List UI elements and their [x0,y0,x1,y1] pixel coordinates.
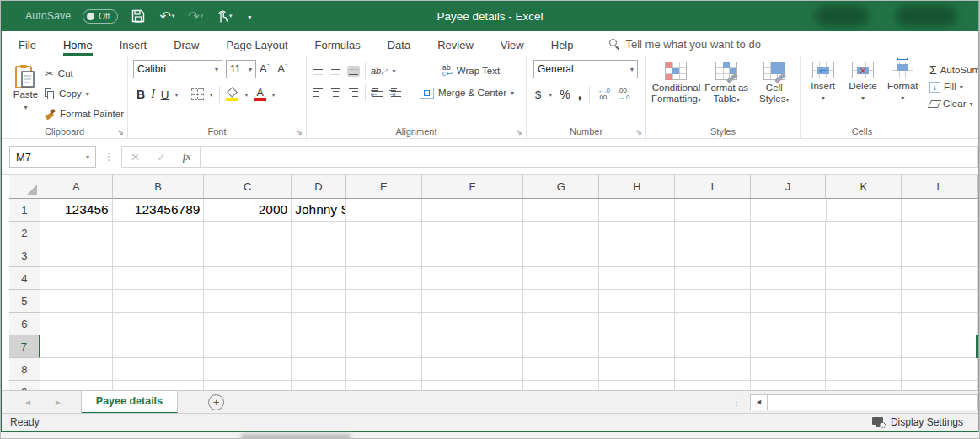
cell-I7[interactable] [675,335,751,358]
name-box-dropdown-icon[interactable]: ▾ [86,153,89,161]
top-align-button[interactable] [312,66,324,77]
row-header-4[interactable]: 4 [9,267,40,290]
horizontal-scrollbar[interactable]: ◄ [750,394,978,410]
cell-E3[interactable] [346,244,422,267]
touch-mouse-mode-icon[interactable]: ▾ [216,7,233,25]
cell-J2[interactable] [751,222,827,244]
merge-center-button[interactable]: Merge & Center ▾ [420,84,514,101]
borders-dropdown-icon[interactable]: ▾ [210,91,213,99]
cell-G2[interactable] [523,222,599,244]
accounting-format-button[interactable]: $ [535,88,541,101]
cell-F4[interactable] [422,267,524,290]
undo-icon[interactable]: ↶▾ [158,7,175,25]
cell-E5[interactable] [346,290,422,313]
cell-E1[interactable] [346,199,422,222]
tab-file[interactable]: File [19,33,36,56]
row-header-3[interactable]: 3 [9,244,40,267]
scrollbar-track[interactable] [768,394,978,410]
cell-C9[interactable] [204,381,292,390]
column-header-D[interactable]: D [292,175,346,199]
cell-I3[interactable] [675,244,751,267]
column-header-B[interactable]: B [113,175,205,199]
font-color-icon[interactable]: A [254,88,266,101]
cell-A2[interactable] [40,222,113,244]
row-header-6[interactable]: 6 [9,313,40,335]
orientation-icon[interactable]: ab [371,66,387,77]
cell-L7[interactable] [902,335,978,358]
tab-home[interactable]: Home [63,33,93,56]
cell-J1[interactable] [751,199,827,222]
cell-A1[interactable]: 123456 [40,199,113,222]
cell-C6[interactable] [204,313,292,335]
cell-K3[interactable] [826,244,902,267]
cell-B4[interactable] [113,267,205,290]
cell-B3[interactable] [113,244,205,267]
tab-data[interactable]: Data [388,33,410,56]
select-all-corner[interactable] [9,175,40,199]
delete-dropdown-icon[interactable]: ▾ [861,93,865,104]
cell-I8[interactable] [675,358,751,381]
new-sheet-button[interactable]: + [208,394,224,410]
row-header-5[interactable]: 5 [9,290,40,313]
clear-dropdown-icon[interactable]: ▾ [969,100,972,108]
align-left-button[interactable] [312,88,324,99]
cell-H3[interactable] [599,244,675,267]
cell-D3[interactable] [292,244,346,267]
column-header-H[interactable]: H [599,175,675,199]
alignment-dialog-launcher-icon[interactable]: ⇘ [516,128,522,137]
merge-center-dropdown-icon[interactable]: ▾ [511,89,514,97]
cell-D4[interactable] [292,267,346,290]
cell-G8[interactable] [523,358,599,381]
number-format-select[interactable]: General▾ [533,60,638,78]
cell-A3[interactable] [40,244,113,267]
cell-K8[interactable] [826,358,902,381]
cell-B9[interactable] [113,381,205,390]
cell-G4[interactable] [523,267,599,290]
format-as-table-button[interactable]: Format as Table▾ [704,62,749,105]
accounting-dropdown-icon[interactable]: ▾ [549,91,552,99]
display-settings-button[interactable]: Display Settings [872,416,963,428]
tab-review[interactable]: Review [437,33,474,56]
font-color-dropdown-icon[interactable]: ▾ [272,91,276,99]
orientation-dropdown-icon[interactable]: ▾ [392,67,395,75]
cell-styles-button[interactable]: Cell Styles▾ [752,62,797,105]
decrease-indent-button[interactable]: ⇤ [371,88,384,99]
format-painter-button[interactable]: Format Painter [45,105,124,122]
decrease-font-size-button[interactable]: Aˇ [277,62,292,75]
column-header-F[interactable]: F [422,175,524,199]
cell-D5[interactable] [292,290,346,313]
format-dropdown-icon[interactable]: ▾ [901,93,904,104]
scroll-left-icon[interactable]: ◄ [750,394,768,410]
cell-L9[interactable] [902,381,978,390]
cell-G5[interactable] [523,290,599,313]
italic-button[interactable]: I [151,88,155,101]
fill-color-dropdown-icon[interactable]: ▾ [245,91,249,99]
cell-J9[interactable] [751,381,827,390]
conditional-formatting-button[interactable]: Conditional Formatting▾ [651,62,701,105]
cell-D2[interactable] [292,222,346,244]
tab-view[interactable]: View [501,33,524,56]
cell-L8[interactable] [902,358,978,381]
tab-insert[interactable]: Insert [120,33,147,56]
autosave-toggle[interactable]: Off [83,9,118,24]
cell-E9[interactable] [346,381,422,390]
tab-page-layout[interactable]: Page Layout [227,33,288,56]
cell-K9[interactable] [826,381,902,390]
cell-K4[interactable] [826,267,902,290]
font-dialog-launcher-icon[interactable]: ⇘ [296,128,303,137]
cell-H2[interactable] [599,222,675,244]
column-header-L[interactable]: L [902,175,978,199]
cell-A4[interactable] [40,267,113,290]
tab-help[interactable]: Help [551,33,574,56]
cell-B7[interactable] [113,335,205,358]
format-cells-button[interactable]: Format ▾ [886,62,920,104]
cell-C7[interactable] [204,335,292,358]
insert-cells-button[interactable]: ⇐ Insert ▾ [806,62,840,104]
bold-button[interactable]: B [137,88,145,101]
wrap-text-button[interactable]: abc↩ Wrap Text [442,62,500,79]
cell-F2[interactable] [422,222,524,244]
cell-G1[interactable] [523,199,599,222]
clear-button[interactable]: Clear▾ [929,95,975,112]
column-header-I[interactable]: I [675,175,751,199]
cell-B1[interactable]: 123456789 [113,199,205,222]
